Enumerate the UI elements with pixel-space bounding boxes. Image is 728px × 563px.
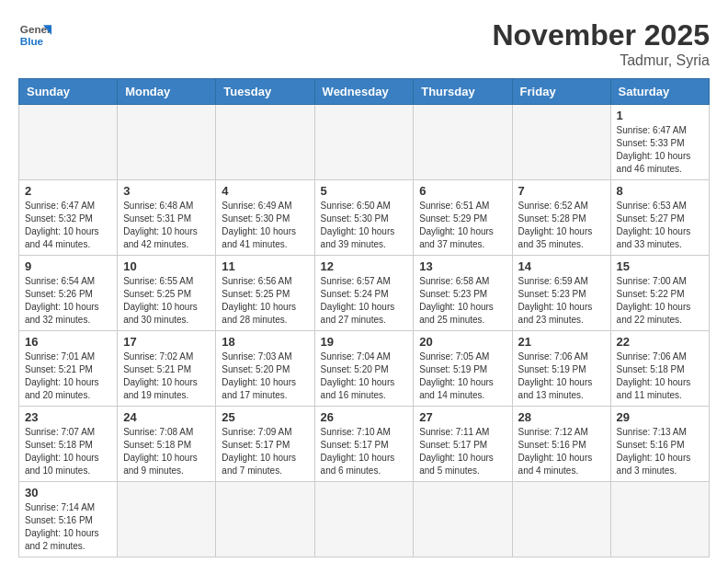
day-info: Sunrise: 6:50 AM Sunset: 5:30 PM Dayligh… — [321, 200, 408, 251]
day-info: Sunrise: 7:10 AM Sunset: 5:17 PM Dayligh… — [321, 426, 408, 477]
logo: General Blue — [18, 18, 51, 52]
weekday-header-cell: Saturday — [610, 79, 709, 105]
calendar-day-cell — [118, 482, 216, 557]
weekday-header-cell: Monday — [118, 79, 216, 105]
day-number: 18 — [222, 335, 308, 349]
calendar-day-cell: 13Sunrise: 6:58 AM Sunset: 5:23 PM Dayli… — [414, 256, 512, 331]
day-info: Sunrise: 7:07 AM Sunset: 5:18 PM Dayligh… — [25, 426, 111, 477]
day-info: Sunrise: 7:08 AM Sunset: 5:18 PM Dayligh… — [123, 426, 210, 477]
day-number: 5 — [321, 184, 408, 198]
calendar-table: SundayMondayTuesdayWednesdayThursdayFrid… — [18, 78, 710, 557]
day-number: 24 — [123, 410, 210, 424]
day-number: 14 — [518, 259, 605, 273]
calendar-day-cell: 22Sunrise: 7:06 AM Sunset: 5:18 PM Dayli… — [610, 331, 709, 407]
day-info: Sunrise: 7:00 AM Sunset: 5:22 PM Dayligh… — [617, 275, 703, 327]
calendar-day-cell: 2Sunrise: 6:47 AM Sunset: 5:32 PM Daylig… — [19, 180, 118, 256]
day-info: Sunrise: 7:05 AM Sunset: 5:19 PM Dayligh… — [419, 350, 506, 402]
calendar-day-cell: 15Sunrise: 7:00 AM Sunset: 5:22 PM Dayli… — [610, 256, 709, 331]
location-title: Tadmur, Syria — [492, 52, 710, 69]
calendar-day-cell — [610, 482, 709, 557]
calendar-day-cell: 11Sunrise: 6:56 AM Sunset: 5:25 PM Dayli… — [216, 256, 314, 331]
day-number: 11 — [222, 259, 308, 273]
weekday-header-row: SundayMondayTuesdayWednesdayThursdayFrid… — [19, 79, 710, 105]
weekday-header-cell: Thursday — [414, 79, 512, 105]
day-number: 13 — [419, 259, 506, 273]
day-number: 26 — [321, 410, 408, 424]
calendar-day-cell: 6Sunrise: 6:51 AM Sunset: 5:29 PM Daylig… — [414, 180, 512, 256]
day-number: 28 — [518, 410, 605, 424]
calendar-day-cell — [314, 482, 414, 557]
day-number: 21 — [518, 335, 605, 349]
calendar-week-row: 30Sunrise: 7:14 AM Sunset: 5:16 PM Dayli… — [19, 482, 710, 557]
day-number: 1 — [617, 109, 703, 122]
calendar-day-cell — [512, 482, 610, 557]
day-info: Sunrise: 7:09 AM Sunset: 5:17 PM Dayligh… — [222, 426, 308, 477]
calendar-day-cell: 10Sunrise: 6:55 AM Sunset: 5:25 PM Dayli… — [118, 256, 216, 331]
calendar-day-cell — [414, 105, 512, 180]
weekday-header-cell: Friday — [512, 79, 610, 105]
calendar-day-cell: 24Sunrise: 7:08 AM Sunset: 5:18 PM Dayli… — [118, 407, 216, 482]
day-info: Sunrise: 6:49 AM Sunset: 5:30 PM Dayligh… — [222, 200, 308, 251]
calendar-day-cell: 26Sunrise: 7:10 AM Sunset: 5:17 PM Dayli… — [314, 407, 414, 482]
calendar-day-cell: 18Sunrise: 7:03 AM Sunset: 5:20 PM Dayli… — [216, 331, 314, 407]
calendar-day-cell: 7Sunrise: 6:52 AM Sunset: 5:28 PM Daylig… — [512, 180, 610, 256]
header: General Blue November 2025 Tadmur, Syria — [18, 18, 710, 69]
calendar-day-cell: 3Sunrise: 6:48 AM Sunset: 5:31 PM Daylig… — [118, 180, 216, 256]
day-info: Sunrise: 6:56 AM Sunset: 5:25 PM Dayligh… — [222, 275, 308, 327]
day-number: 23 — [25, 410, 111, 424]
day-info: Sunrise: 7:13 AM Sunset: 5:16 PM Dayligh… — [617, 426, 703, 477]
day-number: 17 — [123, 335, 210, 349]
day-number: 9 — [25, 259, 111, 273]
day-info: Sunrise: 7:12 AM Sunset: 5:16 PM Dayligh… — [518, 426, 605, 477]
day-number: 10 — [123, 259, 210, 273]
calendar-week-row: 1Sunrise: 6:47 AM Sunset: 5:33 PM Daylig… — [19, 105, 710, 180]
day-number: 19 — [321, 335, 408, 349]
calendar-week-row: 2Sunrise: 6:47 AM Sunset: 5:32 PM Daylig… — [19, 180, 710, 256]
day-info: Sunrise: 6:54 AM Sunset: 5:26 PM Dayligh… — [25, 275, 111, 327]
calendar-day-cell: 1Sunrise: 6:47 AM Sunset: 5:33 PM Daylig… — [610, 105, 709, 180]
calendar-day-cell: 29Sunrise: 7:13 AM Sunset: 5:16 PM Dayli… — [610, 407, 709, 482]
day-number: 12 — [321, 259, 408, 273]
calendar-week-row: 23Sunrise: 7:07 AM Sunset: 5:18 PM Dayli… — [19, 407, 710, 482]
calendar-day-cell — [216, 482, 314, 557]
calendar-day-cell — [512, 105, 610, 180]
day-number: 4 — [222, 184, 308, 198]
day-info: Sunrise: 7:04 AM Sunset: 5:20 PM Dayligh… — [321, 350, 408, 402]
calendar-day-cell: 5Sunrise: 6:50 AM Sunset: 5:30 PM Daylig… — [314, 180, 414, 256]
weekday-header-cell: Wednesday — [314, 79, 414, 105]
day-number: 16 — [25, 335, 111, 349]
calendar-day-cell: 21Sunrise: 7:06 AM Sunset: 5:19 PM Dayli… — [512, 331, 610, 407]
calendar-week-row: 16Sunrise: 7:01 AM Sunset: 5:21 PM Dayli… — [19, 331, 710, 407]
calendar-day-cell: 16Sunrise: 7:01 AM Sunset: 5:21 PM Dayli… — [19, 331, 118, 407]
day-number: 20 — [419, 335, 506, 349]
title-area: November 2025 Tadmur, Syria — [492, 18, 710, 69]
month-title: November 2025 — [492, 18, 710, 52]
calendar-day-cell: 8Sunrise: 6:53 AM Sunset: 5:27 PM Daylig… — [610, 180, 709, 256]
day-info: Sunrise: 6:58 AM Sunset: 5:23 PM Dayligh… — [419, 275, 506, 327]
calendar-day-cell: 28Sunrise: 7:12 AM Sunset: 5:16 PM Dayli… — [512, 407, 610, 482]
day-info: Sunrise: 7:14 AM Sunset: 5:16 PM Dayligh… — [25, 501, 111, 553]
day-number: 2 — [25, 184, 111, 198]
day-number: 29 — [617, 410, 703, 424]
day-number: 25 — [222, 410, 308, 424]
calendar-day-cell — [414, 482, 512, 557]
day-number: 7 — [518, 184, 605, 198]
svg-text:Blue: Blue — [20, 35, 44, 47]
day-info: Sunrise: 7:02 AM Sunset: 5:21 PM Dayligh… — [123, 350, 210, 402]
day-info: Sunrise: 6:48 AM Sunset: 5:31 PM Dayligh… — [123, 200, 210, 251]
day-number: 22 — [617, 335, 703, 349]
calendar-day-cell: 17Sunrise: 7:02 AM Sunset: 5:21 PM Dayli… — [118, 331, 216, 407]
day-info: Sunrise: 6:47 AM Sunset: 5:32 PM Dayligh… — [25, 200, 111, 251]
day-info: Sunrise: 7:06 AM Sunset: 5:19 PM Dayligh… — [518, 350, 605, 402]
day-number: 27 — [419, 410, 506, 424]
calendar-day-cell: 25Sunrise: 7:09 AM Sunset: 5:17 PM Dayli… — [216, 407, 314, 482]
calendar-day-cell — [216, 105, 314, 180]
calendar-day-cell — [118, 105, 216, 180]
logo-icon: General Blue — [18, 18, 51, 52]
day-info: Sunrise: 6:59 AM Sunset: 5:23 PM Dayligh… — [518, 275, 605, 327]
calendar-day-cell: 9Sunrise: 6:54 AM Sunset: 5:26 PM Daylig… — [19, 256, 118, 331]
calendar-day-cell: 12Sunrise: 6:57 AM Sunset: 5:24 PM Dayli… — [314, 256, 414, 331]
day-info: Sunrise: 6:53 AM Sunset: 5:27 PM Dayligh… — [617, 200, 703, 251]
day-number: 30 — [25, 486, 111, 500]
calendar-week-row: 9Sunrise: 6:54 AM Sunset: 5:26 PM Daylig… — [19, 256, 710, 331]
